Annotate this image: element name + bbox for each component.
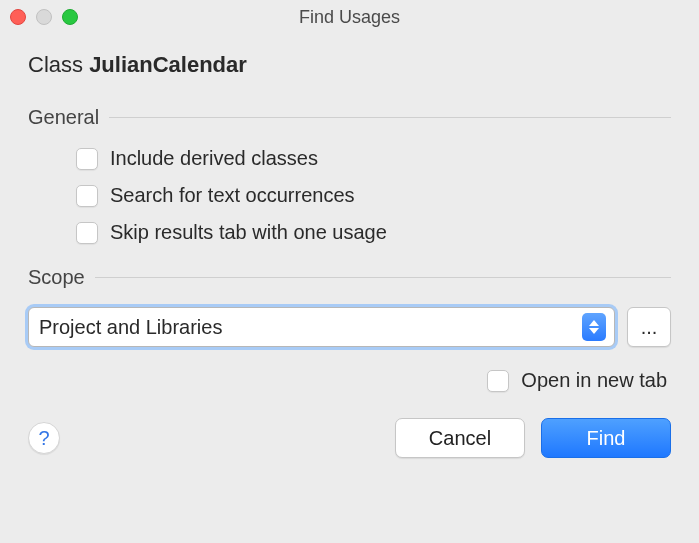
traffic-lights xyxy=(10,9,78,25)
dialog-footer: ? Cancel Find xyxy=(0,418,699,458)
search-text-checkbox[interactable] xyxy=(76,185,98,207)
titlebar: Find Usages xyxy=(0,0,699,34)
scope-section-title: Scope xyxy=(28,266,85,289)
open-new-tab-label: Open in new tab xyxy=(521,369,667,392)
general-section-title: General xyxy=(28,106,99,129)
ellipsis-icon: ... xyxy=(641,316,658,339)
scope-row: Project and Libraries ... xyxy=(28,307,671,347)
general-section-header: General xyxy=(28,106,671,129)
cancel-button-label: Cancel xyxy=(429,427,491,450)
scope-section: Scope Project and Libraries ... xyxy=(28,266,671,347)
skip-results-row[interactable]: Skip results tab with one usage xyxy=(76,221,671,244)
divider xyxy=(95,277,671,278)
include-derived-row[interactable]: Include derived classes xyxy=(76,147,671,170)
search-text-label: Search for text occurrences xyxy=(110,184,355,207)
dialog-content: Class JulianCalendar General Include der… xyxy=(0,34,699,404)
help-icon: ? xyxy=(38,427,49,450)
minimize-window-button xyxy=(36,9,52,25)
scope-section-header: Scope xyxy=(28,266,671,289)
open-new-tab-checkbox[interactable] xyxy=(487,370,509,392)
scope-combobox-value: Project and Libraries xyxy=(39,316,582,339)
window-title: Find Usages xyxy=(0,7,699,28)
include-derived-label: Include derived classes xyxy=(110,147,318,170)
find-button[interactable]: Find xyxy=(541,418,671,458)
close-window-button[interactable] xyxy=(10,9,26,25)
divider xyxy=(109,117,671,118)
find-button-label: Find xyxy=(587,427,626,450)
cancel-button[interactable]: Cancel xyxy=(395,418,525,458)
scope-browse-button[interactable]: ... xyxy=(627,307,671,347)
scope-combobox[interactable]: Project and Libraries xyxy=(28,307,615,347)
skip-results-label: Skip results tab with one usage xyxy=(110,221,387,244)
general-section: General Include derived classes Search f… xyxy=(28,106,671,244)
open-new-tab-row[interactable]: Open in new tab xyxy=(28,369,671,392)
target-prefix: Class xyxy=(28,52,89,77)
updown-icon xyxy=(582,313,606,341)
zoom-window-button[interactable] xyxy=(62,9,78,25)
help-button[interactable]: ? xyxy=(28,422,60,454)
target-label: Class JulianCalendar xyxy=(28,52,671,78)
skip-results-checkbox[interactable] xyxy=(76,222,98,244)
general-options: Include derived classes Search for text … xyxy=(28,147,671,244)
include-derived-checkbox[interactable] xyxy=(76,148,98,170)
target-class-name: JulianCalendar xyxy=(89,52,247,77)
search-text-row[interactable]: Search for text occurrences xyxy=(76,184,671,207)
